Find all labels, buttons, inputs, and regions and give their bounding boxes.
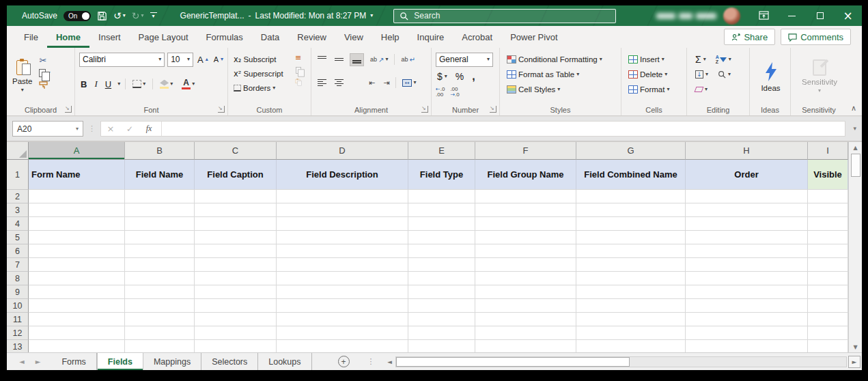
cell-d13[interactable] — [277, 340, 408, 352]
column-header-f[interactable]: F — [475, 142, 576, 160]
cell-a10[interactable] — [29, 299, 125, 313]
menu-tab-home[interactable]: Home — [47, 26, 89, 48]
column-header-h[interactable]: H — [686, 142, 808, 160]
menu-tab-acrobat[interactable]: Acrobat — [453, 26, 501, 48]
cell-d11[interactable] — [277, 313, 408, 326]
cell-i4[interactable] — [808, 217, 848, 231]
confirm-entry-icon[interactable]: ✓ — [120, 124, 139, 134]
subscript-button[interactable]: x₂Subscript — [232, 55, 277, 64]
increase-indent-button[interactable]: ⇥ — [381, 76, 391, 89]
clear-button[interactable]: ▾ — [694, 87, 709, 92]
autosum-button[interactable]: Σ▾ — [694, 54, 708, 65]
cell-c9[interactable] — [195, 285, 277, 299]
cell-f6[interactable] — [475, 244, 576, 258]
cell-d1[interactable]: Field Description — [277, 160, 408, 190]
cell-c12[interactable] — [195, 326, 277, 340]
shrink-font-button[interactable]: A▾ — [212, 55, 225, 63]
cell-b4[interactable] — [125, 217, 195, 231]
cell-f12[interactable] — [475, 326, 576, 340]
comma-style-button[interactable]: , — [471, 70, 476, 83]
cell-b2[interactable] — [125, 190, 195, 203]
align-right-button[interactable] — [350, 77, 363, 89]
cell-a1[interactable]: Form Name — [29, 160, 125, 190]
cell-g6[interactable] — [576, 244, 686, 258]
cell-i9[interactable] — [808, 285, 848, 299]
cell-a9[interactable] — [29, 285, 125, 299]
cell-e4[interactable] — [408, 217, 475, 231]
cell-a12[interactable] — [29, 326, 125, 340]
cell-a8[interactable] — [29, 272, 125, 285]
cell-e8[interactable] — [408, 272, 475, 285]
middle-align-button[interactable] — [333, 54, 346, 66]
copy-button[interactable]: ▾ — [39, 69, 50, 77]
minimize-button[interactable] — [778, 5, 806, 26]
cell-b5[interactable] — [125, 231, 195, 244]
cell-i13[interactable] — [808, 340, 848, 352]
number-dialog-launcher[interactable]: ↘ — [490, 106, 496, 113]
row-header-8[interactable]: 8 — [7, 272, 29, 285]
cell-c2[interactable] — [195, 190, 277, 203]
font-name-combo[interactable]: Calibri▾ — [79, 53, 165, 67]
menu-tab-page-layout[interactable]: Page Layout — [130, 26, 197, 48]
row-header-13[interactable]: 13 — [7, 340, 29, 352]
cell-a7[interactable] — [29, 258, 125, 272]
cell-g8[interactable] — [576, 272, 686, 285]
menu-tab-formulas[interactable]: Formulas — [197, 26, 252, 48]
ribbon-display-options-button[interactable] — [750, 5, 778, 26]
row-header-7[interactable]: 7 — [7, 258, 29, 272]
clipboard-dialog-launcher[interactable]: ↘ — [65, 106, 72, 113]
cell-b11[interactable] — [125, 313, 195, 326]
redo-button[interactable]: ↻▾ — [132, 11, 144, 20]
cell-e7[interactable] — [408, 258, 475, 272]
wrap-text-button[interactable]: ab↵ — [399, 54, 417, 66]
sheet-tab-lookups[interactable]: Lookups — [258, 353, 311, 370]
cell-d4[interactable] — [277, 217, 408, 231]
cell-f8[interactable] — [475, 272, 576, 285]
cell-d10[interactable] — [277, 299, 408, 313]
row-header-2[interactable]: 2 — [7, 190, 29, 203]
menu-tab-review[interactable]: Review — [288, 26, 335, 48]
cell-f2[interactable] — [475, 190, 576, 203]
maximize-button[interactable] — [806, 5, 834, 26]
column-header-b[interactable]: B — [125, 142, 195, 160]
cell-h10[interactable] — [686, 299, 808, 313]
fill-color-button[interactable]: ▾ — [158, 78, 175, 91]
sheet-tab-fields[interactable]: Fields — [97, 353, 143, 370]
cell-d9[interactable] — [277, 285, 408, 299]
copy-alt-button[interactable] — [296, 67, 301, 74]
cell-i11[interactable] — [808, 313, 848, 326]
cell-e3[interactable] — [408, 203, 475, 217]
accounting-format-button[interactable]: $▾ — [436, 71, 449, 82]
share-button[interactable]: Share — [724, 29, 775, 45]
find-select-button[interactable]: ▾ — [716, 70, 732, 79]
cell-c7[interactable] — [195, 258, 277, 272]
cell-i10[interactable] — [808, 299, 848, 313]
underline-button[interactable]: U — [104, 79, 113, 89]
menu-tab-inquire[interactable]: Inquire — [408, 26, 453, 48]
cell-h2[interactable] — [686, 190, 808, 203]
percent-style-button[interactable]: % — [454, 71, 465, 82]
cell-c4[interactable] — [195, 217, 277, 231]
top-align-button[interactable] — [316, 54, 328, 66]
sheet-tab-selectors[interactable]: Selectors — [201, 353, 258, 370]
row-header-4[interactable]: 4 — [7, 217, 29, 231]
quick-access-toolbar-button[interactable]: ▾ — [150, 12, 157, 19]
scroll-up-icon[interactable]: ▲ — [849, 142, 862, 153]
search-box[interactable] — [393, 9, 616, 23]
cell-a4[interactable] — [29, 217, 125, 231]
menu-tab-data[interactable]: Data — [252, 26, 288, 48]
cell-d3[interactable] — [277, 203, 408, 217]
vertical-scroll-thumb[interactable] — [851, 154, 860, 177]
cell-b12[interactable] — [125, 326, 195, 340]
bottom-align-button[interactable] — [350, 53, 364, 66]
tab-splitter[interactable]: ⋮ — [367, 357, 375, 366]
cell-e6[interactable] — [408, 244, 475, 258]
cell-d7[interactable] — [277, 258, 408, 272]
cell-i6[interactable] — [808, 244, 848, 258]
cell-e2[interactable] — [408, 190, 475, 203]
borders-menu-button[interactable]: Borders▾ — [232, 84, 277, 92]
formula-input[interactable]: × ✓ fx — [100, 121, 845, 137]
cell-b13[interactable] — [125, 340, 195, 352]
cell-c6[interactable] — [195, 244, 277, 258]
cell-h8[interactable] — [686, 272, 808, 285]
